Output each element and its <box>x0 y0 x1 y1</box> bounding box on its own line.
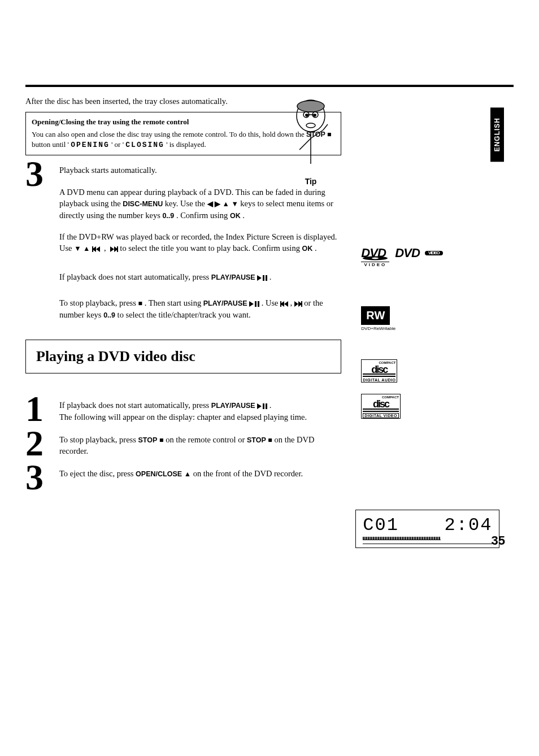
disc-menu-key: DISC-MENU <box>123 200 163 208</box>
stop-icon-2: ■ <box>138 299 143 307</box>
t: DIGITAL VIDEO <box>363 413 399 418</box>
display-closing: CLOSING <box>125 141 164 149</box>
t: on the front of the DVD recorder. <box>193 469 303 478</box>
tip-text-b: button until ' <box>32 140 69 149</box>
prev-icon <box>92 245 102 253</box>
section-heading-box: Playing a DVD video disc <box>25 340 341 373</box>
t: DVD <box>395 246 419 260</box>
t: VIDEO <box>425 251 443 255</box>
t: to select the title you want to play bac… <box>120 244 302 253</box>
t: VIDEO <box>361 262 389 267</box>
stop-key-2: STOP <box>247 436 266 444</box>
dvd-badge-logo: DVD VIDEO <box>395 249 442 257</box>
number-keys-2: 0..9 <box>103 311 115 319</box>
cd-video-logo: COMPACT disc DIGITAL VIDEO <box>361 394 514 419</box>
rw-logo-sub: DVD+ReWritable <box>361 326 514 331</box>
section-title: Playing a DVD video disc <box>36 348 331 365</box>
prev-icon-2 <box>280 299 290 307</box>
t: DIGITAL AUDIO <box>363 378 395 382</box>
stop-icon-4: ■ <box>268 436 272 444</box>
t: key. Use the <box>165 199 207 208</box>
step3-content: To eject the disc, press OPEN/CLOSE ▲ on… <box>59 462 341 480</box>
dvd-logos: DVD VIDEO DVD VIDEO <box>361 249 514 267</box>
t: . Then start using <box>145 298 203 307</box>
t: . Confirm using <box>176 211 230 220</box>
display-opening: OPENING <box>71 141 110 149</box>
page-number: 35 <box>492 533 505 548</box>
playpause-icon-3 <box>257 402 269 410</box>
step3-dvdrw-block: If the DVD+RW was played back or recorde… <box>59 231 341 254</box>
number-keys: 0..9 <box>162 212 174 220</box>
playpause-key-3: PLAY/PAUSE <box>211 402 255 410</box>
language-tab: ENGLISH <box>490 107 504 162</box>
tip-mascot: Tip <box>288 96 333 186</box>
step-number-3b: 3 <box>25 462 59 493</box>
step-number-3: 3 <box>25 159 59 189</box>
tip-text-a: You can also open and close the disc tra… <box>32 130 306 138</box>
step-number-1: 1 <box>25 394 59 424</box>
t: . Use <box>262 298 280 307</box>
next-icon <box>110 245 120 253</box>
progress-line <box>363 544 492 544</box>
step3-vcd-block: To stop playback, press ■ . Then start u… <box>59 297 341 320</box>
t: disc <box>363 366 395 377</box>
t: . <box>242 211 245 220</box>
updown-icon: ▼ ▲ <box>74 245 92 253</box>
dvd-video-logo: DVD VIDEO <box>361 249 389 267</box>
t: To eject the disc, press <box>59 469 136 478</box>
stop-key: STOP <box>138 436 158 444</box>
step2-content: To stop playback, press STOP ■ on the re… <box>59 428 341 457</box>
t: disc <box>363 400 399 411</box>
rw-logo-block: RW DVD+ReWritable <box>361 306 514 331</box>
display-chapter: C01 <box>363 515 399 536</box>
open-close-key: OPEN/CLOSE <box>136 470 182 478</box>
stop-icon-3: ■ <box>159 436 164 444</box>
playpause-icon-2 <box>249 299 261 307</box>
t: on the remote control or <box>166 435 247 444</box>
arrow-keys-icon: ◀ ▶ ▲ ▼ <box>207 200 241 208</box>
step1-content: If playback does not start automatically… <box>59 394 341 423</box>
rw-logo: RW <box>361 306 390 325</box>
svg-point-1 <box>297 101 324 112</box>
ok-key: OK <box>230 212 241 220</box>
t: To stop playback, press <box>59 435 138 444</box>
t: . <box>270 401 272 410</box>
t: To stop playback, press <box>59 298 138 307</box>
t: The following will appear on the display… <box>59 412 307 422</box>
t: If playback does not start automatically… <box>59 401 211 410</box>
svg-point-8 <box>372 258 379 259</box>
next-icon-2 <box>294 299 304 307</box>
t: . <box>315 244 317 253</box>
top-rule <box>25 85 514 87</box>
t: , <box>290 298 294 307</box>
display-time: 2:04 <box>445 515 493 536</box>
t: If playback does not start automatically… <box>59 272 211 281</box>
svg-point-6 <box>306 123 315 128</box>
playpause-key: PLAY/PAUSE <box>211 273 255 281</box>
tip-text-c: ' or ' <box>111 140 124 149</box>
step3-dvd-block: A DVD menu can appear during playback of… <box>59 186 341 221</box>
step-number-2: 2 <box>25 428 59 459</box>
tip-text-d: ' is displayed. <box>166 140 206 149</box>
tip-label: Tip <box>288 177 333 186</box>
progress-bar <box>363 537 440 540</box>
step3-cd-block: If playback does not start automatically… <box>59 271 341 283</box>
t: to select the title/chapter/track you wa… <box>118 310 251 319</box>
lcd-display: C01 2:04 <box>355 510 499 548</box>
cd-audio-logo: COMPACT disc DIGITAL AUDIO <box>361 359 514 384</box>
t: . <box>270 272 272 281</box>
eject-icon: ▲ <box>184 470 191 478</box>
playpause-icon <box>257 273 269 281</box>
playpause-key-2: PLAY/PAUSE <box>203 299 247 307</box>
ok-key-2: OK <box>302 245 313 253</box>
